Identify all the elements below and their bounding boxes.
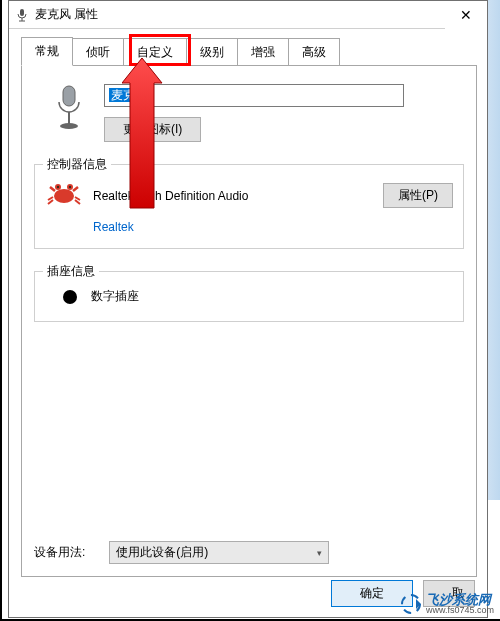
svg-point-10 xyxy=(69,186,71,188)
svg-rect-3 xyxy=(63,86,75,106)
tab-strip: 常规 侦听 自定义 级别 增强 高级 xyxy=(21,37,477,66)
watermark: 飞沙系统网 www.fs0745.com xyxy=(400,593,494,615)
controller-properties-button[interactable]: 属性(P) xyxy=(383,183,453,208)
watermark-url: www.fs0745.com xyxy=(426,606,494,615)
usage-label: 设备用法: xyxy=(34,544,85,561)
chevron-down-icon: ▾ xyxy=(317,548,322,558)
device-name-value: 麦克风 xyxy=(109,88,149,102)
tab-levels[interactable]: 级别 xyxy=(187,38,238,67)
change-icon-button[interactable]: 更改图标(I) xyxy=(104,117,201,142)
tab-advanced[interactable]: 高级 xyxy=(289,38,340,67)
device-name-row: 麦克风 更改图标(I) xyxy=(52,84,464,142)
svg-point-9 xyxy=(57,186,59,188)
jack-row: 数字插座 xyxy=(63,286,453,307)
svg-point-5 xyxy=(60,123,78,129)
jack-fieldset: 插座信息 数字插座 xyxy=(34,271,464,322)
tab-listen[interactable]: 侦听 xyxy=(73,38,124,67)
jack-color-icon xyxy=(63,290,77,304)
device-name-input[interactable]: 麦克风 xyxy=(104,84,404,107)
svg-rect-0 xyxy=(20,9,24,16)
usage-selected: 使用此设备(启用) xyxy=(116,544,208,561)
jack-legend: 插座信息 xyxy=(43,263,99,280)
window-title: 麦克风 属性 xyxy=(35,6,445,23)
close-button[interactable]: ✕ xyxy=(445,1,487,29)
usage-dropdown[interactable]: 使用此设备(启用) ▾ xyxy=(109,541,329,564)
svg-point-6 xyxy=(54,189,74,203)
tab-custom[interactable]: 自定义 xyxy=(124,38,187,67)
microphone-icon xyxy=(52,84,86,135)
tab-general[interactable]: 常规 xyxy=(21,37,73,66)
close-icon: ✕ xyxy=(460,7,472,23)
window-content: 常规 侦听 自定义 级别 增强 高级 麦 xyxy=(9,29,487,577)
tab-panel-general: 麦克风 更改图标(I) 控制器信息 xyxy=(21,65,477,577)
properties-window: 麦克风 属性 ✕ 常规 侦听 自定义 级别 增强 高级 xyxy=(8,0,488,618)
controller-fieldset: 控制器信息 Realtek High Definitio xyxy=(34,164,464,249)
device-usage-row: 设备用法: 使用此设备(启用) ▾ xyxy=(34,541,329,564)
watermark-logo-icon xyxy=(400,593,422,615)
controller-legend: 控制器信息 xyxy=(43,156,111,173)
tab-enhance[interactable]: 增强 xyxy=(238,38,289,67)
vendor-link[interactable]: Realtek xyxy=(93,220,134,234)
controller-name: Realtek High Definition Audio xyxy=(93,189,373,203)
realtek-crab-icon xyxy=(45,179,83,212)
mic-small-icon xyxy=(15,8,29,22)
jack-label: 数字插座 xyxy=(91,288,139,305)
desktop-edge xyxy=(486,0,500,500)
titlebar: 麦克风 属性 ✕ xyxy=(9,1,487,29)
